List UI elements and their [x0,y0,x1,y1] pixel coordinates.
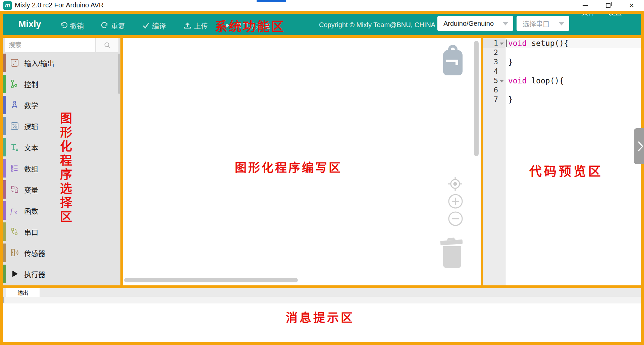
undo-button[interactable]: 撤销 [60,20,84,30]
sidebar-category-sensor[interactable]: 传感器 [3,242,120,263]
block-canvas[interactable] [123,38,481,285]
board-select[interactable]: Arduino/Genuino [437,16,513,31]
zoom-in-button[interactable] [448,194,463,210]
fold-arrow-icon[interactable] [498,39,505,48]
mixly-brand[interactable]: Mixly [18,19,41,29]
fold-spacer [498,57,505,67]
console-line[interactable] [3,297,641,303]
math-icon [10,100,19,110]
text-icon [10,143,19,152]
category-label: 函数 [24,206,38,216]
panel-expand-button[interactable] [634,128,644,164]
io-icon [10,58,19,67]
sidebar-category-control[interactable]: 控制 [3,73,120,94]
serial-status-toggle[interactable]: 串口状态栏 [225,20,270,30]
sidebar-category-variable[interactable]: 变量 [3,179,120,200]
code-line-3[interactable]: 3} [483,57,641,67]
fold-arrow-icon[interactable] [498,76,505,85]
compile-button[interactable]: 编译 [142,20,166,30]
code-line-4[interactable]: 4 [483,67,641,76]
sidebar-category-text[interactable]: 文本 [3,137,120,158]
sensor-icon [10,248,19,257]
code-line-7[interactable]: 7} [483,95,641,104]
code-line-2[interactable]: 2 [483,48,641,57]
category-color-bar [3,265,6,283]
array-icon [10,164,19,173]
category-color-bar [3,244,6,262]
category-color-bar [3,96,6,114]
annotation-frame-bottom [0,342,644,345]
sidebar-category-math[interactable]: 数学 [3,94,120,116]
minimize-icon [583,5,588,6]
variable-icon [10,185,19,194]
sidebar-category-array[interactable]: 数组 [3,158,120,179]
trash-icon[interactable] [440,236,465,270]
code-line-6[interactable]: 6 [483,85,641,95]
upload-icon [183,22,192,29]
serial-status-icon [225,22,232,29]
annotation-frame-code-divider [481,38,483,285]
sidebar-category-logic[interactable]: 逻辑 [3,116,120,137]
sidebar-category-io[interactable]: 输入/输出 [3,52,120,73]
actuator-icon [10,269,19,278]
output-tabstrip: 输出 [3,288,641,297]
search-icon [103,41,111,49]
svg-text:x: x [14,209,17,215]
code-preview-panel: 1void setup(){23}45void loop(){67} [483,38,641,285]
category-label: 文本 [24,142,38,152]
search-input[interactable] [5,38,95,52]
code-text: } [505,95,513,104]
title-bar: m Mixly 2.0 rc2 For Arduino AVR × [0,0,644,11]
redo-button[interactable]: 重复 [101,20,125,30]
code-lines: 1void setup(){23}45void loop(){67} [483,39,641,104]
annotation-frame-top [0,11,644,14]
search-button[interactable] [96,38,118,52]
annotation-frame-right [641,11,644,345]
code-text: void setup(){ [505,39,569,48]
code-line-5[interactable]: 5void loop(){ [483,76,641,85]
canvas-horizontal-scrollbar[interactable] [124,278,298,282]
zoom-reset-button[interactable] [447,176,463,193]
line-number: 3 [483,57,498,67]
control-icon [10,79,19,88]
chevron-down-icon [558,22,565,25]
zoom-out-button[interactable] [448,211,463,228]
block-category-sidebar: 输入/输出控制数学逻辑文本数组变量fx函数串口传感器执行器 [3,38,120,285]
category-color-bar [3,180,6,199]
tab-output[interactable]: 输出 [6,288,40,297]
redo-icon [101,22,109,29]
window-title: Mixly 2.0 rc2 For Arduino AVR [15,1,104,9]
line-number: 7 [483,95,498,104]
serial-icon [10,227,19,236]
category-label: 输入/输出 [24,58,54,68]
annotation-frame-bottom-divider [0,285,644,288]
code-line-1[interactable]: 1void setup(){ [483,39,641,48]
category-color-bar [3,222,6,241]
annotation-frame-toolbar-bottom [0,35,644,38]
fold-spacer [498,85,505,95]
sidebar-category-actuator[interactable]: 执行器 [3,263,120,284]
canvas-vertical-scrollbar[interactable] [474,41,479,156]
console-caret [3,297,4,303]
line-number: 4 [483,67,498,76]
sidebar-category-serial[interactable]: 串口 [3,221,120,242]
fold-spacer [498,67,505,76]
code-text [505,67,508,76]
undo-icon [60,22,67,29]
category-color-bar [3,201,6,220]
code-text: } [505,57,513,67]
category-label: 数学 [24,100,38,110]
upload-button[interactable]: 上传 [183,20,208,30]
code-text [505,48,508,57]
line-number: 1 [483,39,498,48]
line-number: 2 [483,48,498,57]
copyright-text: Copyright © Mixly Team@BNU, CHINA [319,21,435,29]
category-label: 控制 [24,79,38,89]
backpack-icon[interactable] [442,44,464,78]
category-color-bar [3,54,6,72]
sidebar-category-function[interactable]: fx函数 [3,200,120,221]
search-row [5,38,120,52]
port-select[interactable]: 选择串口 [517,16,569,31]
code-text [505,85,508,95]
svg-text:f: f [10,207,13,215]
